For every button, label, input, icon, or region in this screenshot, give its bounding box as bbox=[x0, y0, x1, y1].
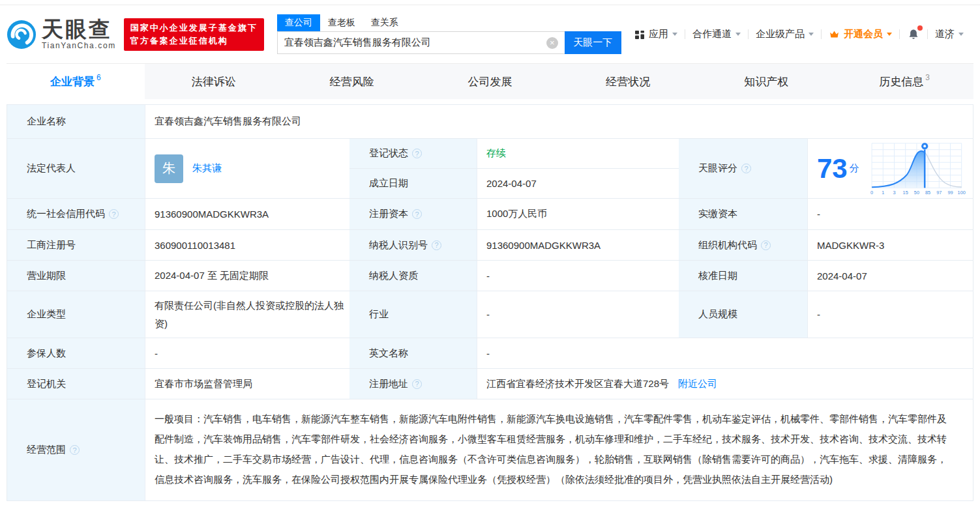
menu-apps[interactable]: 应用 bbox=[634, 28, 677, 40]
label-text: 经营范围 bbox=[27, 444, 66, 456]
taxpayer-id-label: 纳税人识别号 ? bbox=[349, 230, 477, 260]
tab-label: 企业背景 bbox=[50, 74, 95, 89]
help-icon[interactable]: ? bbox=[70, 445, 80, 455]
legal-rep-label: 法定代表人 bbox=[7, 139, 145, 198]
help-icon[interactable]: ? bbox=[412, 209, 422, 219]
menu-divider bbox=[685, 29, 685, 39]
menu-vip-upgrade[interactable]: 开通会员 bbox=[829, 28, 892, 40]
badge-line-2: 官方备案企业征信机构 bbox=[130, 35, 258, 48]
search-tabs: 查公司 查老板 查关系 bbox=[277, 14, 621, 31]
tab-label: 经营风险 bbox=[330, 74, 374, 89]
staff-size-label: 人员规模 bbox=[679, 291, 808, 338]
staff-size-value: - bbox=[808, 291, 973, 338]
svg-text:1: 1 bbox=[882, 190, 884, 195]
menu-divider bbox=[748, 29, 749, 39]
notifications-button[interactable] bbox=[907, 28, 920, 41]
reg-address-value: 江西省宜春经济技术开发区宜春大道728号 bbox=[486, 378, 669, 390]
help-icon[interactable]: ? bbox=[741, 164, 751, 173]
score-value: 73 bbox=[817, 155, 848, 182]
tianyancha-logo-icon bbox=[7, 20, 37, 50]
establish-date-label: 成立日期 bbox=[349, 169, 477, 198]
help-icon[interactable]: ? bbox=[109, 209, 119, 219]
tab-intellectual-property[interactable]: 知识产权 bbox=[697, 64, 835, 99]
business-scope-value: 一般项目：汽车销售，电车销售，新能源汽车整车销售，新能源汽车电附件销售，新能源汽… bbox=[145, 399, 973, 500]
tianyancha-company-page: 天眼查 TianYanCha.com 国家中小企业发展子基金旗下 官方备案企业征… bbox=[0, 0, 980, 505]
score-unit: 分 bbox=[850, 162, 859, 175]
crown-icon bbox=[829, 29, 840, 40]
help-icon[interactable]: ? bbox=[761, 240, 771, 250]
paid-capital-value: - bbox=[808, 199, 973, 229]
tab-label: 公司发展 bbox=[468, 74, 512, 89]
table-row: 企业名称 宜春领吉鑫汽车销售服务有限公司 bbox=[7, 105, 973, 139]
tab-operating-risk[interactable]: 经营风险 bbox=[283, 64, 421, 99]
company-type-value: 有限责任公司(非自然人投资或控股的法人独资) bbox=[145, 291, 349, 338]
company-type-label: 企业类型 bbox=[7, 291, 145, 338]
chevron-down-icon bbox=[809, 33, 814, 36]
credit-code-value: 91360900MADGKKWR3A bbox=[145, 199, 349, 229]
table-subrow: 成立日期 2024-04-07 bbox=[349, 169, 679, 198]
menu-partner-channel[interactable]: 合作通道 bbox=[692, 28, 741, 40]
svg-text:97: 97 bbox=[936, 190, 942, 195]
reg-capital-value: 1000万人民币 bbox=[477, 199, 679, 229]
search-tab-relation[interactable]: 查关系 bbox=[363, 14, 406, 31]
reg-number-label: 工商注册号 bbox=[7, 230, 145, 260]
help-icon[interactable]: ? bbox=[432, 240, 441, 250]
nearby-companies-link[interactable]: 附近公司 bbox=[678, 378, 717, 390]
english-name-value: - bbox=[477, 338, 973, 368]
username-label: 道济 bbox=[935, 28, 955, 40]
tab-company-development[interactable]: 公司发展 bbox=[421, 64, 559, 99]
svg-text:99: 99 bbox=[947, 190, 953, 195]
tab-legal-proceedings[interactable]: 法律诉讼 bbox=[145, 64, 283, 99]
site-header: 天眼查 TianYanCha.com 国家中小企业发展子基金旗下 官方备案企业征… bbox=[0, 5, 980, 63]
menu-divider bbox=[927, 29, 928, 39]
establish-date-value: 2024-04-07 bbox=[477, 169, 679, 198]
tab-history-info[interactable]: 历史信息 3 bbox=[835, 64, 973, 99]
table-row: 营业期限 2024-04-07 至 无固定期限 纳税人资质 - 核准日期 202… bbox=[7, 261, 973, 291]
status-date-subtable: 登记状态 ? 存续 成立日期 2024-04-07 bbox=[349, 139, 679, 198]
search-tab-company[interactable]: 查公司 bbox=[277, 14, 320, 31]
avatar[interactable]: 朱 bbox=[155, 154, 183, 183]
chevron-down-icon bbox=[672, 33, 677, 36]
tab-operating-status[interactable]: 经营状况 bbox=[559, 64, 697, 99]
tab-count: 6 bbox=[97, 73, 101, 82]
svg-text:0: 0 bbox=[870, 190, 873, 195]
search-button[interactable]: 天眼一下 bbox=[565, 31, 621, 54]
top-divider bbox=[0, 0, 980, 5]
table-subrow: 登记状态 ? 存续 bbox=[349, 139, 679, 169]
company-name-value: 宜春领吉鑫汽车销售服务有限公司 bbox=[145, 105, 973, 138]
tab-label: 经营状况 bbox=[606, 74, 650, 89]
org-code-label: 组织机构代码 ? bbox=[679, 230, 808, 260]
score-cell: 73 分 bbox=[808, 139, 973, 198]
label-text: 注册地址 bbox=[369, 378, 408, 390]
search-area: 查公司 查老板 查关系 × 天眼一下 bbox=[277, 14, 621, 54]
menu-enterprise-label: 企业级产品 bbox=[756, 28, 805, 40]
label-text: 注册资本 bbox=[369, 208, 408, 220]
help-icon[interactable]: ? bbox=[412, 149, 422, 158]
business-term-label: 营业期限 bbox=[7, 261, 145, 291]
table-row: 统一社会信用代码 ? 91360900MADGKKWR3A 注册资本 ? 100… bbox=[7, 199, 973, 230]
help-icon[interactable]: ? bbox=[412, 379, 422, 389]
industry-label: 行业 bbox=[349, 291, 477, 338]
clear-search-icon[interactable]: × bbox=[546, 37, 558, 49]
table-row: 企业类型 有限责任公司(非自然人投资或控股的法人独资) 行业 - 人员规模 - bbox=[7, 291, 973, 338]
notification-dot bbox=[917, 25, 923, 31]
menu-enterprise-products[interactable]: 企业级产品 bbox=[756, 28, 814, 40]
reg-address-label: 注册地址 ? bbox=[349, 369, 477, 399]
legal-rep-name-link[interactable]: 朱其谦 bbox=[192, 162, 222, 175]
tab-company-background[interactable]: 企业背景 6 bbox=[7, 64, 145, 99]
chevron-down-icon bbox=[735, 33, 741, 36]
tab-label: 知识产权 bbox=[744, 74, 788, 89]
reg-status-value: 存续 bbox=[477, 139, 679, 168]
logo-title: 天眼查 bbox=[42, 18, 116, 40]
search-tab-boss[interactable]: 查老板 bbox=[320, 14, 363, 31]
logo[interactable]: 天眼查 TianYanCha.com bbox=[7, 18, 116, 50]
label-text: 纳税人识别号 bbox=[369, 239, 428, 252]
reg-capital-label: 注册资本 ? bbox=[349, 199, 477, 229]
menu-user-account[interactable]: 道济 bbox=[935, 28, 964, 40]
svg-text:15: 15 bbox=[902, 190, 908, 195]
reg-authority-label: 登记机关 bbox=[7, 369, 145, 399]
table-row: 工商注册号 360900110013481 纳税人识别号 ? 91360900M… bbox=[7, 230, 973, 261]
business-scope-label: 经营范围 ? bbox=[7, 399, 145, 500]
search-input[interactable] bbox=[277, 31, 565, 54]
apps-grid-icon bbox=[634, 29, 645, 40]
